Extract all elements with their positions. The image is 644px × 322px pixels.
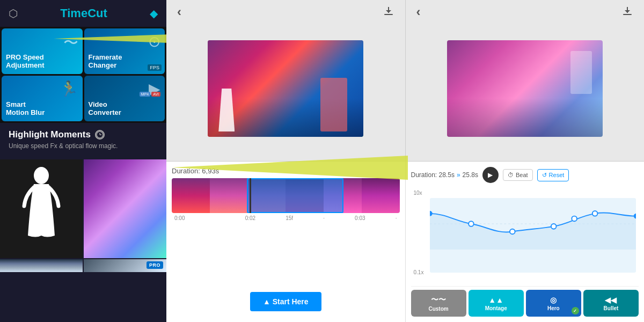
right-top-bar: ‹	[406, 0, 645, 24]
left-panel: ‹	[166, 0, 406, 161]
preview-cell-2	[84, 159, 166, 258]
highlight-subtitle: Unique speed Fx & optical flow magic.	[9, 142, 158, 150]
main-bottom: Duration: 6,93s	[166, 161, 644, 322]
svg-point-17	[551, 224, 556, 229]
svg-marker-11	[625, 10, 630, 13]
svg-point-18	[572, 216, 577, 222]
timeline-ruler: 0:00 0:02 15f · 0:03 ·	[172, 215, 400, 221]
montage-icon: ▲▲	[488, 296, 503, 304]
feature-tile-smart-blur[interactable]: 🏃 SmartMotion Blur	[2, 76, 83, 121]
hero-label: Hero	[547, 305, 560, 311]
preview-grid: PRO	[0, 159, 166, 272]
svg-marker-8	[386, 10, 391, 13]
custom-label: Custom	[428, 306, 448, 312]
left-top-bar: ‹	[166, 0, 405, 24]
svg-rect-5	[384, 14, 393, 15]
diamond-icon[interactable]: ◆	[150, 7, 158, 20]
left-download-btn[interactable]	[383, 5, 394, 19]
svg-point-16	[509, 229, 515, 235]
beat-icon: ⏱	[508, 172, 514, 178]
timeline-strip[interactable]	[172, 178, 400, 213]
highlight-title: Highlight Moments	[9, 129, 158, 140]
mode-custom-button[interactable]: 〜〜 Custom	[411, 290, 466, 317]
svg-point-4	[34, 167, 49, 184]
preview-cell-1	[0, 159, 83, 258]
left-nav-back[interactable]: ‹	[177, 4, 181, 19]
beat-label: Beat	[516, 172, 528, 178]
feature-label-framerate: FramerateChanger	[89, 53, 161, 70]
sidebar: ⬡ TimeCut ◆ 〜 PRO SpeedAdjustment ⊙ Fram…	[0, 0, 166, 322]
svg-point-15	[469, 221, 474, 226]
custom-icon: 〜〜	[431, 295, 446, 305]
timeline-selection[interactable]	[247, 178, 343, 213]
svg-rect-9	[623, 14, 632, 15]
duration-right-text: Duration: 28.5s	[411, 171, 455, 179]
app-title: TimeCut	[60, 6, 107, 20]
right-panel: ‹	[406, 0, 645, 161]
left-video-thumbnail	[208, 40, 363, 137]
montage-label: Montage	[485, 305, 507, 311]
timeline-container: 0:00 0:02 15f · 0:03 ·	[172, 178, 400, 282]
right-download-btn[interactable]	[621, 5, 633, 19]
right-video-thumbnail	[447, 40, 603, 137]
party-scene-left	[208, 40, 363, 137]
feature-label-video-converter: VideoConverter	[89, 100, 161, 117]
reset-icon: ↺	[542, 172, 547, 179]
mode-buttons: 〜〜 Custom ▲▲ Montage ◎ Hero ✓ ◀◀ Bullet	[411, 287, 639, 317]
main-area: ‹	[166, 0, 644, 322]
bottom-left-panel: Duration: 6,93s	[166, 162, 406, 322]
mode-hero-button[interactable]: ◎ Hero ✓	[526, 290, 581, 317]
bottom-right-panel: Duration: 28.5s » 25.8s ▶ ⏱ Beat ↺ Reset…	[406, 162, 645, 322]
preview-cell-4: PRO	[84, 259, 166, 272]
duration-label: Duration: 6,93s	[172, 167, 400, 175]
play-button[interactable]: ▶	[482, 167, 499, 183]
yellow-arrow-top	[54, 23, 166, 55]
feature-label-pro-speed: PRO SpeedAdjustment	[6, 53, 78, 70]
speed-max-label: 10x	[414, 190, 422, 196]
bottom-right-header: Duration: 28.5s » 25.8s ▶ ⏱ Beat ↺ Reset	[411, 167, 639, 183]
mode-montage-button[interactable]: ▲▲ Montage	[469, 290, 524, 317]
pro-badge: PRO	[147, 261, 163, 269]
feature-tile-video-converter[interactable]: ▶ VideoConverter MP4 AVI	[84, 76, 165, 121]
format-badges: MP4 AVI	[140, 92, 160, 97]
highlight-section: Highlight Moments Unique speed Fx & opti…	[0, 123, 166, 159]
preview-cell-3	[0, 259, 83, 272]
bullet-label: Bullet	[604, 305, 619, 311]
start-here-container: ▲ Start Here	[172, 287, 400, 317]
speed-curve-svg	[430, 198, 636, 250]
right-nav-back[interactable]: ‹	[416, 4, 421, 19]
motion-blur-icon: 🏃	[60, 80, 78, 98]
person-silhouette	[20, 166, 63, 252]
right-download-icon	[621, 5, 633, 17]
download-icon	[383, 5, 394, 17]
reset-button[interactable]: ↺ Reset	[537, 169, 569, 181]
speed-min-label: 0.1x	[414, 269, 424, 275]
mode-bullet-button[interactable]: ◀◀ Bullet	[583, 290, 639, 317]
duration-after-text: 25.8s	[463, 171, 478, 179]
highlight-title-text: Highlight Moments	[9, 129, 91, 140]
main-top: ‹	[166, 0, 644, 161]
feature-label-smart-blur: SmartMotion Blur	[6, 100, 78, 117]
clock-icon	[95, 130, 105, 140]
menu-icon[interactable]: ⬡	[9, 7, 18, 20]
hero-check-badge: ✓	[572, 307, 579, 314]
svg-point-19	[592, 211, 597, 216]
bullet-icon: ◀◀	[605, 296, 617, 304]
reset-label: Reset	[549, 172, 565, 178]
timeline-cursor	[250, 178, 251, 213]
start-here-button[interactable]: ▲ Start Here	[250, 292, 321, 311]
duration-arrow: »	[457, 171, 460, 179]
duration-right-label: Duration: 28.5s » 25.8s	[411, 171, 478, 179]
beat-button[interactable]: ⏱ Beat	[503, 169, 533, 181]
speed-chart[interactable]: 10x 0.1x	[411, 187, 639, 287]
svg-marker-0	[54, 25, 166, 52]
hero-icon: ◎	[550, 296, 557, 304]
